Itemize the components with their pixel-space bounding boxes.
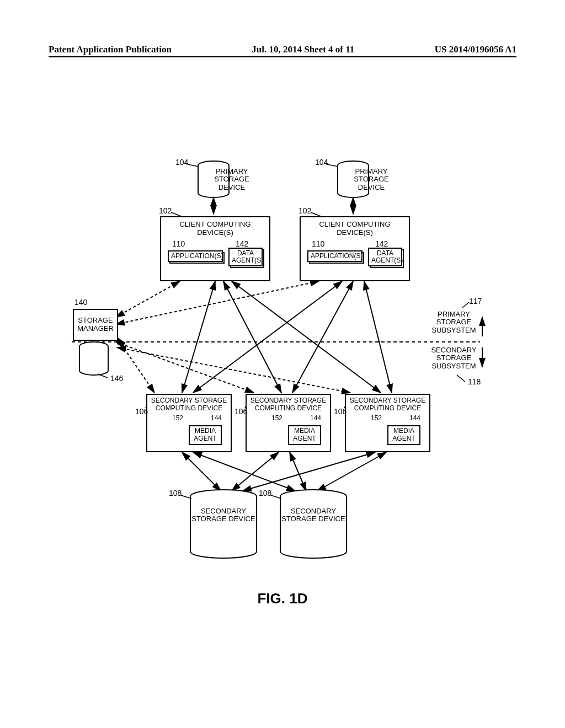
applications-right: APPLICATION(S) — [307, 250, 363, 262]
ref-144b: 144 — [310, 415, 321, 422]
secondary-storage-computing-3: SECONDARY STORAGE COMPUTING DEVICE 152 1… — [345, 394, 430, 452]
ref-102b: 102 — [299, 206, 311, 215]
svg-line-24 — [182, 452, 221, 491]
secondary-storage-computing-2: SECONDARY STORAGE COMPUTING DEVICE 152 1… — [246, 394, 331, 452]
ref-118: 118 — [468, 377, 481, 386]
svg-line-7 — [171, 212, 181, 216]
svg-line-8 — [311, 212, 321, 216]
ref-110a: 110 — [172, 239, 185, 248]
svg-line-20 — [364, 281, 392, 393]
svg-line-10 — [116, 281, 180, 317]
svg-line-25 — [193, 452, 295, 491]
svg-line-18 — [193, 281, 342, 393]
header-left: Patent Application Publication — [49, 44, 172, 55]
ssc2-title: SECONDARY STORAGE COMPUTING DEVICE — [247, 397, 330, 413]
ref-140: 140 — [74, 298, 87, 307]
ref-110b: 110 — [312, 239, 324, 248]
ref-144c: 144 — [409, 415, 420, 422]
svg-line-17 — [232, 281, 381, 393]
ref-117: 117 — [469, 297, 482, 306]
ssc1-title: SECONDARY STORAGE COMPUTING DEVICE — [147, 397, 231, 413]
svg-line-26 — [232, 452, 279, 491]
ref-152c: 152 — [371, 415, 382, 422]
ref-108a: 108 — [169, 489, 182, 497]
media-agent-1: MEDIA AGENT — [189, 425, 222, 445]
client-computing-left-title: CLIENT COMPUTING DEVICE(S) — [161, 221, 269, 237]
svg-line-19 — [292, 281, 353, 393]
secondary-storage-device-1-label: SECONDARY STORAGE DEVICE — [190, 507, 257, 523]
data-agents-left: DATA AGENT(S) — [228, 248, 263, 266]
ref-102a: 102 — [159, 206, 172, 215]
ref-152b: 152 — [271, 415, 282, 422]
ssc3-title: SECONDARY STORAGE COMPUTING DEVICE — [346, 397, 429, 413]
client-computing-right: CLIENT COMPUTING DEVICE(S) 110 142 APPLI… — [300, 216, 410, 281]
svg-line-14 — [117, 347, 350, 393]
primary-storage-device-right-label: PRIMARY STORAGE DEVICE — [338, 168, 404, 191]
page-header: Patent Application Publication Jul. 10, … — [49, 44, 516, 57]
ref-104b: 104 — [315, 158, 328, 167]
svg-line-29 — [317, 452, 386, 491]
svg-line-16 — [223, 281, 281, 393]
primary-subsystem-label: PRIMARY STORAGE SUBSYSTEM — [428, 311, 480, 334]
storage-manager: STORAGE MANAGER — [73, 309, 118, 341]
ref-106a: 106 — [135, 407, 148, 416]
ref-146: 146 — [110, 374, 123, 383]
svg-line-12 — [116, 336, 154, 393]
svg-line-33 — [462, 302, 469, 308]
svg-line-34 — [457, 375, 465, 382]
ref-106c: 106 — [334, 407, 347, 416]
ref-104a: 104 — [175, 158, 188, 167]
client-computing-right-title: CLIENT COMPUTING DEVICE(S) — [301, 221, 409, 237]
ref-142a: 142 — [236, 239, 248, 248]
svg-line-15 — [182, 281, 215, 393]
svg-line-27 — [290, 452, 306, 491]
ref-142b: 142 — [375, 239, 388, 248]
figure-caption: FIG. 1D — [0, 590, 565, 607]
secondary-storage-computing-1: SECONDARY STORAGE COMPUTING DEVICE 152 1… — [146, 394, 232, 452]
svg-line-5 — [188, 164, 199, 167]
ref-106b: 106 — [234, 407, 247, 416]
primary-storage-device-left-label: PRIMARY STORAGE DEVICE — [199, 168, 265, 191]
ref-144a: 144 — [211, 415, 222, 422]
ref-152a: 152 — [172, 415, 183, 422]
header-right: US 2014/0196056 A1 — [435, 44, 516, 55]
applications-left: APPLICATION(S) — [168, 250, 223, 262]
ref-108b: 108 — [259, 489, 271, 497]
media-agent-3: MEDIA AGENT — [387, 425, 420, 445]
client-computing-left: CLIENT COMPUTING DEVICE(S) 110 142 APPLI… — [160, 216, 270, 281]
data-agents-right: DATA AGENT(S) — [368, 248, 402, 266]
secondary-subsystem-label: SECONDARY STORAGE SUBSYSTEM — [428, 346, 480, 370]
secondary-storage-device-2-label: SECONDARY STORAGE DEVICE — [280, 507, 347, 523]
header-center: Jul. 10, 2014 Sheet 4 of 11 — [252, 44, 354, 55]
svg-line-28 — [243, 452, 375, 491]
svg-line-11 — [116, 281, 319, 324]
media-agent-2: MEDIA AGENT — [288, 425, 321, 445]
svg-line-6 — [327, 164, 338, 167]
diagram-fig-1d: PRIMARY STORAGE DEVICE PRIMARY STORAGE D… — [0, 154, 565, 585]
